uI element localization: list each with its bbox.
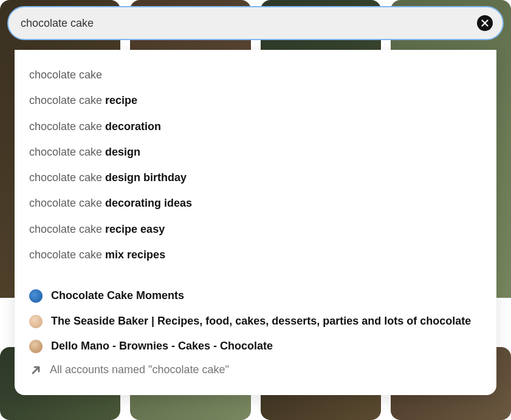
suggestion-prefix: chocolate cake [29,171,105,184]
close-icon [481,19,489,27]
suggestion-suffix: design birthday [105,171,187,184]
account-suggestion[interactable]: Chocolate Cake Moments [15,283,496,308]
search-suggestion[interactable]: chocolate cake decorating ideas [15,190,496,216]
search-box[interactable] [7,6,504,40]
suggestion-suffix: mix recipes [105,249,165,261]
suggestion-suffix: recipe easy [105,223,165,235]
arrow-up-right-icon [29,363,43,377]
suggestion-prefix: chocolate cake [29,223,105,235]
suggestion-prefix: chocolate cake [29,69,102,81]
account-suggestion[interactable]: The Seaside Baker | Recipes, food, cakes… [15,309,496,334]
account-name: The Seaside Baker | Recipes, food, cakes… [51,314,482,329]
all-accounts-label: All accounts named "chocolate cake" [50,363,229,376]
all-accounts-link[interactable]: All accounts named "chocolate cake" [15,359,496,382]
search-suggestion[interactable]: chocolate cake decoration [15,114,496,139]
suggestion-suffix: decoration [105,120,161,133]
suggestion-suffix: design [105,146,140,158]
avatar [29,289,43,303]
avatar [29,340,43,353]
search-suggestion[interactable]: chocolate cake recipe easy [15,216,496,242]
suggestion-suffix: recipe [105,94,137,106]
suggestion-prefix: chocolate cake [29,120,105,133]
search-suggestion[interactable]: chocolate cake design birthday [15,165,496,190]
clear-search-button[interactable] [477,15,493,31]
account-suggestion[interactable]: Dello Mano - Brownies - Cakes - Chocolat… [15,334,496,359]
suggestion-suffix: decorating ideas [105,197,192,209]
suggestion-prefix: chocolate cake [29,249,105,261]
suggestion-prefix: chocolate cake [29,146,105,158]
account-name: Chocolate Cake Moments [51,288,482,303]
search-suggestion[interactable]: chocolate cake recipe [15,88,496,113]
suggestion-prefix: chocolate cake [29,197,105,209]
avatar [29,315,43,328]
search-suggestion[interactable]: chocolate cake mix recipes [15,242,496,267]
search-dropdown: chocolate cakechocolate cake recipechoco… [15,50,496,395]
search-container: chocolate cakechocolate cake recipechoco… [7,6,504,40]
search-suggestion[interactable]: chocolate cake design [15,139,496,165]
account-name: Dello Mano - Brownies - Cakes - Chocolat… [51,339,482,354]
suggestion-prefix: chocolate cake [29,94,105,106]
search-input[interactable] [18,17,477,30]
search-suggestion[interactable]: chocolate cake [15,62,496,88]
